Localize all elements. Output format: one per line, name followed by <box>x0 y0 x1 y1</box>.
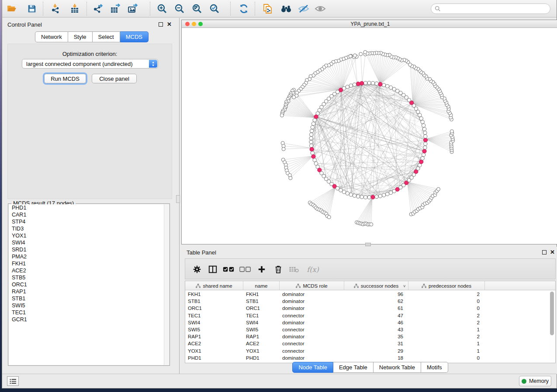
first-neighbors-button[interactable] <box>279 2 293 16</box>
dominator-node[interactable] <box>378 82 382 86</box>
leaf-node[interactable] <box>370 223 373 226</box>
ring-node[interactable] <box>421 120 424 124</box>
table-settings-button[interactable] <box>190 263 204 276</box>
ring-node[interactable] <box>392 87 396 91</box>
tab-node-table[interactable]: Node Table <box>292 362 333 373</box>
dominator-node[interactable] <box>360 81 364 85</box>
split-view-button[interactable] <box>206 263 219 276</box>
float-panel-icon[interactable] <box>159 22 163 27</box>
ring-node[interactable] <box>389 86 392 89</box>
zoom-in-button[interactable] <box>155 2 169 16</box>
ring-node[interactable] <box>313 118 316 122</box>
ring-node[interactable] <box>424 142 427 145</box>
column-header-MCDS-role[interactable]: MCDS role <box>280 281 344 290</box>
dominator-node[interactable] <box>310 148 314 151</box>
ring-node[interactable] <box>382 193 386 197</box>
table-scrollbar[interactable] <box>550 291 554 361</box>
table-row[interactable]: SWI5SWI5connector431 <box>185 326 555 333</box>
ring-node[interactable] <box>367 81 371 85</box>
ring-node[interactable] <box>396 89 399 93</box>
ring-node[interactable] <box>356 195 360 198</box>
horizontal-splitter-handle[interactable] <box>365 243 371 246</box>
mcds-result-item[interactable]: PMA2 <box>9 253 164 260</box>
ring-node[interactable] <box>422 153 426 156</box>
mcds-result-item[interactable]: GCR1 <box>9 316 164 323</box>
save-session-button[interactable] <box>25 2 39 16</box>
ring-node[interactable] <box>349 193 353 196</box>
search-input[interactable] <box>441 5 550 13</box>
zoom-selected-button[interactable] <box>208 2 221 16</box>
ring-node[interactable] <box>399 91 402 95</box>
ring-node[interactable] <box>342 190 346 194</box>
ring-node[interactable] <box>311 122 315 125</box>
tab-mcds[interactable]: MCDS <box>120 31 149 42</box>
ring-node[interactable] <box>416 110 420 113</box>
ring-node[interactable] <box>378 194 382 198</box>
ring-node[interactable] <box>311 125 314 129</box>
ring-node[interactable] <box>309 137 313 140</box>
mcds-result-item[interactable]: STB5 <box>9 274 164 281</box>
ring-node[interactable] <box>364 81 367 85</box>
table-row[interactable]: FKH1FKH1dominator962 <box>185 291 555 298</box>
dominator-node[interactable] <box>314 115 318 119</box>
ring-node[interactable] <box>364 196 367 199</box>
ring-node[interactable] <box>336 186 339 190</box>
float-table-panel-icon[interactable] <box>542 250 547 254</box>
import-network-button[interactable] <box>48 2 62 16</box>
ring-node[interactable] <box>367 196 371 199</box>
mcds-result-item[interactable]: RAP1 <box>9 288 164 295</box>
mcds-result-item[interactable]: SWI5 <box>9 302 164 309</box>
mcds-result-item[interactable]: SRD1 <box>9 246 164 253</box>
ring-node[interactable] <box>314 162 318 165</box>
memory-button[interactable]: Memory <box>519 376 551 386</box>
dominator-node[interactable] <box>356 82 360 86</box>
refresh-layout-button[interactable] <box>237 2 251 16</box>
leaf-node[interactable] <box>450 130 453 133</box>
show-all-button[interactable] <box>313 2 327 16</box>
leaf-node[interactable] <box>408 63 412 66</box>
table-row[interactable]: YOX1YOX1connector291 <box>185 347 555 354</box>
ring-node[interactable] <box>386 84 389 88</box>
network-graph[interactable] <box>182 28 557 244</box>
dominator-node[interactable] <box>419 160 423 164</box>
ring-node[interactable] <box>360 195 363 199</box>
import-table-button[interactable] <box>68 2 82 16</box>
tab-network[interactable]: Network <box>35 31 68 42</box>
vertical-splitter-handle[interactable] <box>176 195 180 203</box>
network-view-titlebar[interactable]: YPA_prune.txt_1 <box>182 20 557 28</box>
ring-node[interactable] <box>422 127 426 131</box>
add-column-button[interactable] <box>255 263 268 276</box>
ring-node[interactable] <box>389 191 392 194</box>
dominator-node[interactable] <box>311 155 315 158</box>
tab-network-table[interactable]: Network Table <box>374 362 421 373</box>
mcds-result-item[interactable]: YOX1 <box>9 232 164 239</box>
mcds-result-item[interactable]: STP4 <box>9 218 164 225</box>
mcds-result-item[interactable]: TID3 <box>9 225 164 232</box>
mcds-result-item[interactable]: STB1 <box>9 295 164 302</box>
table-row[interactable]: RAP1RAP1dominator352 <box>185 333 555 340</box>
table-row[interactable]: PHD1PHD1dominator180 <box>185 354 555 361</box>
criterion-dropdown[interactable]: largest connected component (undirected)… <box>22 59 158 69</box>
table-row[interactable]: TEC1TEC1connector472 <box>185 312 555 319</box>
ring-node[interactable] <box>419 117 423 120</box>
column-header-shared-name[interactable]: shared name <box>185 281 243 290</box>
tab-style[interactable]: Style <box>68 31 93 42</box>
ring-node[interactable] <box>346 85 349 89</box>
ring-node[interactable] <box>424 134 427 138</box>
leaf-node[interactable] <box>289 176 292 180</box>
mcds-result-item[interactable]: ORC1 <box>9 281 164 288</box>
mcds-result-item[interactable]: TEC1 <box>9 309 164 316</box>
ring-node[interactable] <box>386 192 389 196</box>
dominator-node[interactable] <box>422 149 426 153</box>
deselect-all-button[interactable] <box>239 263 252 276</box>
ring-node[interactable] <box>310 133 313 136</box>
mcds-result-item[interactable]: ACE2 <box>9 267 164 274</box>
mcds-result-item[interactable]: CAR1 <box>9 211 164 218</box>
ring-node[interactable] <box>375 195 378 199</box>
mcds-result-item[interactable]: PHD1 <box>9 204 164 211</box>
table-row[interactable]: STB1STB1dominator620 <box>185 298 555 305</box>
ring-node[interactable] <box>310 129 314 133</box>
open-file-button[interactable] <box>5 2 19 16</box>
leaf-node[interactable] <box>436 187 440 191</box>
dominator-node[interactable] <box>423 138 427 142</box>
